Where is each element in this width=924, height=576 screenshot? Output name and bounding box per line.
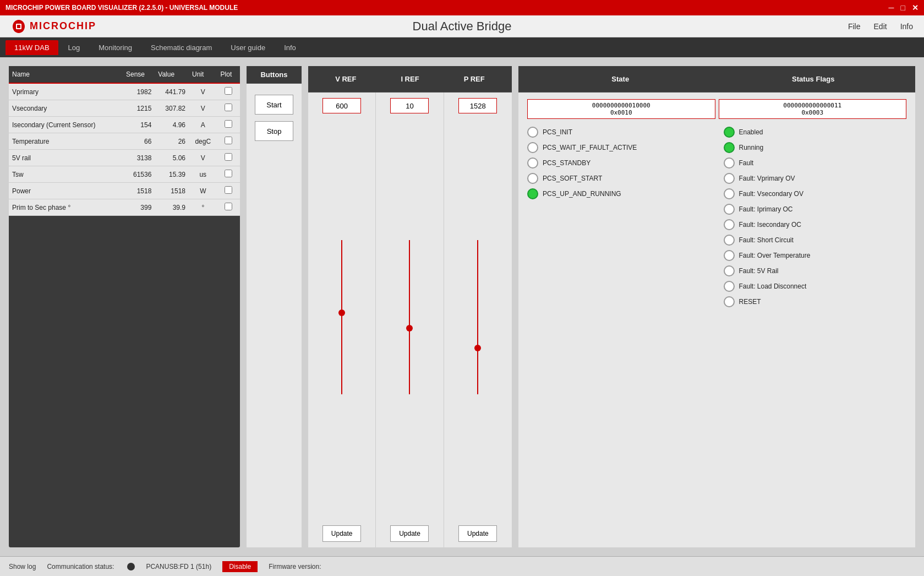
- load-disconnect-indicator: [724, 281, 735, 292]
- vref-input[interactable]: [322, 98, 361, 113]
- flag-short-circuit: Fault: Short Circuit: [724, 235, 907, 246]
- maximize-button[interactable]: □: [901, 3, 905, 12]
- sensor-value: 4.96: [155, 117, 189, 133]
- plot-checkbox[interactable]: [225, 104, 232, 111]
- sensor-value: 39.9: [155, 199, 189, 216]
- sensor-plot[interactable]: [217, 150, 240, 166]
- sensor-unit: A: [189, 117, 217, 133]
- sensor-plot[interactable]: [217, 117, 240, 133]
- plot-checkbox[interactable]: [225, 186, 232, 194]
- iref-header: I REF: [378, 70, 442, 88]
- iprimary-oc-indicator: [724, 204, 735, 215]
- sensor-sense: 399: [123, 199, 155, 216]
- sensor-plot[interactable]: [217, 183, 240, 199]
- pref-header: P REF: [442, 70, 506, 88]
- pref-update-button[interactable]: Update: [458, 525, 497, 542]
- stop-button[interactable]: Stop: [255, 121, 293, 141]
- sensor-plot[interactable]: [217, 166, 240, 183]
- firmware-label: Firmware version:: [269, 563, 321, 570]
- state-header: State: [524, 70, 717, 88]
- flag-5v-rail: Fault: 5V Rail: [724, 265, 907, 276]
- sensor-plot[interactable]: [217, 199, 240, 216]
- sensor-value: 441.79: [155, 83, 189, 100]
- vprimary-ov-label: Fault: Vprimary OV: [739, 175, 795, 182]
- sensor-plot[interactable]: [217, 83, 240, 100]
- vsecondary-ov-label: Fault: Vsecondary OV: [739, 190, 803, 198]
- 5v-rail-label: Fault: 5V Rail: [739, 267, 779, 275]
- sensor-unit: °: [189, 199, 217, 216]
- vsecondary-ov-indicator: [724, 188, 735, 199]
- sensor-row: Vsecondary1215307.82V: [9, 100, 240, 117]
- show-log-button[interactable]: Show log: [9, 563, 36, 570]
- menu-edit[interactable]: Edit: [874, 22, 887, 31]
- over-temp-label: Fault: Over Temperature: [739, 252, 811, 259]
- sensor-row: Temperature6626degC: [9, 133, 240, 150]
- sensor-plot[interactable]: [217, 100, 240, 117]
- menu-file[interactable]: File: [848, 22, 861, 31]
- pref-input[interactable]: [458, 98, 497, 113]
- plot-checkbox[interactable]: [225, 203, 232, 210]
- menu-about[interactable]: Info: [900, 22, 913, 31]
- pcs-wait-label: PCS_WAIT_IF_FAULT_ACTIVE: [543, 144, 637, 151]
- sensor-value: 15.39: [155, 166, 189, 183]
- iref-thumb[interactable]: [406, 325, 413, 332]
- plot-checkbox[interactable]: [225, 120, 232, 128]
- sensor-name: Tsw: [9, 166, 123, 183]
- buttons-panel: Buttons Start Stop: [247, 66, 302, 547]
- col-sense: Sense: [123, 66, 155, 83]
- menubar-right[interactable]: File Edit Info: [848, 22, 913, 31]
- vref-col: Update: [308, 93, 376, 547]
- tab-userguide[interactable]: User guide: [222, 40, 274, 55]
- sensor-name: Temperature: [9, 133, 123, 150]
- enabled-label: Enabled: [739, 128, 763, 136]
- sensor-value: 26: [155, 133, 189, 150]
- tab-info[interactable]: Info: [275, 40, 305, 55]
- pcs-running-indicator: [527, 188, 538, 199]
- sensor-value: 307.82: [155, 100, 189, 117]
- plot-checkbox[interactable]: [225, 170, 232, 177]
- pcs-standby-label: PCS_STANDBY: [543, 159, 591, 167]
- sensor-row: Vprimary1982441.79V: [9, 83, 240, 100]
- comm-device: PCANUSB:FD 1 (51h): [146, 563, 211, 570]
- vref-update-button[interactable]: Update: [322, 525, 361, 542]
- iprimary-oc-label: Fault: Iprimary OC: [739, 205, 793, 213]
- vref-thumb[interactable]: [338, 309, 345, 316]
- enabled-indicator: [724, 127, 735, 138]
- sensor-plot[interactable]: [217, 133, 240, 150]
- flag-isecondary-oc: Fault: Isecondary OC: [724, 219, 907, 230]
- pcs-standby-indicator: [527, 157, 538, 169]
- tab-log[interactable]: Log: [59, 40, 89, 55]
- state-pcs-wait: PCS_WAIT_IF_FAULT_ACTIVE: [527, 142, 710, 153]
- 5v-rail-indicator: [724, 265, 735, 276]
- microchip-logo-icon: [11, 19, 26, 34]
- fault-indicator: [724, 157, 735, 169]
- pref-col: Update: [444, 93, 512, 547]
- start-button[interactable]: Start: [255, 95, 293, 115]
- sensor-unit: V: [189, 83, 217, 100]
- minimize-button[interactable]: ─: [889, 3, 894, 12]
- iref-input[interactable]: [390, 98, 429, 113]
- close-button[interactable]: ✕: [912, 3, 918, 12]
- pref-thumb[interactable]: [474, 345, 481, 351]
- pcs-init-indicator: [527, 127, 538, 138]
- plot-checkbox[interactable]: [225, 137, 232, 144]
- tab-11kw-dab[interactable]: 11kW DAB: [6, 40, 58, 55]
- plot-checkbox[interactable]: [225, 153, 232, 161]
- plot-checkbox[interactable]: [225, 87, 232, 95]
- sensor-table: Name Sense Value Unit Plot Vprimary19824…: [9, 66, 240, 216]
- col-unit: Unit: [189, 66, 217, 83]
- sensor-name: Isecondary (Current Sensor): [9, 117, 123, 133]
- vref-track: [341, 240, 342, 394]
- titlebar-controls[interactable]: ─ □ ✕: [889, 3, 918, 12]
- iref-update-button[interactable]: Update: [390, 525, 429, 542]
- statusbar: Show log Communication status: PCANUSB:F…: [0, 556, 924, 576]
- tab-schematic[interactable]: Schematic diagram: [142, 40, 221, 55]
- disable-button[interactable]: Disable: [222, 561, 258, 572]
- main-content: Name Sense Value Unit Plot Vprimary19824…: [0, 57, 924, 556]
- vprimary-ov-indicator: [724, 173, 735, 184]
- tab-monitoring[interactable]: Monitoring: [90, 40, 141, 55]
- sensor-value: 1518: [155, 183, 189, 199]
- sensor-sense: 3138: [123, 150, 155, 166]
- sensor-row: Isecondary (Current Sensor)1544.96A: [9, 117, 240, 133]
- state-pcs-standby: PCS_STANDBY: [527, 157, 710, 169]
